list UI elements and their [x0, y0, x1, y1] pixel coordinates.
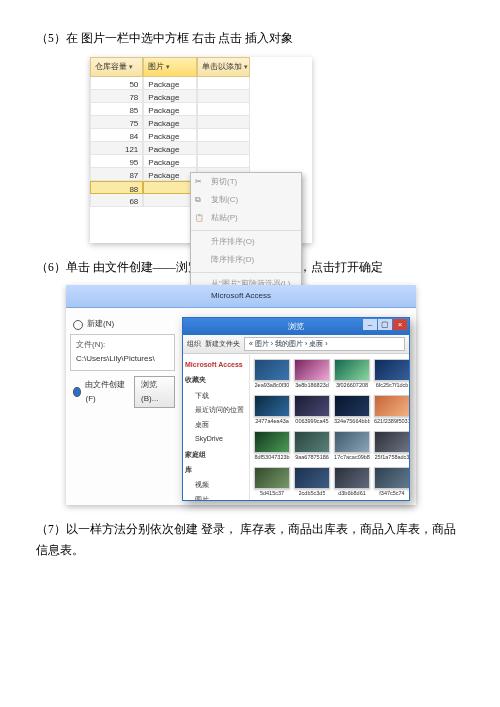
- file-path-value: C:\Users\Lily\Pictures\: [76, 354, 155, 363]
- screenshot-1: 仓库容量 图片 单击以添加 50Package78Package85Packag…: [90, 57, 312, 243]
- thumbnail-label: 621f2389f5031: [374, 417, 409, 427]
- thumbnail-label: f347c5c74: [379, 489, 404, 499]
- table-row[interactable]: 50Package: [90, 77, 250, 90]
- paste-icon: [195, 211, 205, 221]
- organize-button[interactable]: 组织: [187, 338, 201, 351]
- step-7-label: （7）以一样方法分别依次创建 登录， 库存表，商品出库表，商品入库表，商品信息表…: [36, 523, 456, 556]
- list-item[interactable]: 9aa67875186: [294, 431, 330, 463]
- list-item[interactable]: 6fc25c7f1dcb: [374, 359, 409, 391]
- thumbnail-label: 3f026607208: [336, 381, 368, 391]
- thumbnail-label: 2477a4ea43a: [255, 417, 289, 427]
- thumbnail-image: [254, 431, 290, 453]
- dialog-toolbar: 组织 新建文件夹 « 图片 › 我的图片 › 桌面 ›: [183, 335, 409, 354]
- thumbnail-label: 5d415c37: [260, 489, 284, 499]
- table-header: 仓库容量 图片 单击以添加: [90, 57, 250, 77]
- thumbnail-image: [334, 467, 370, 489]
- list-item[interactable]: f347c5c74: [374, 467, 409, 499]
- sidebar-item-app[interactable]: Microsoft Access: [185, 359, 247, 372]
- sidebar-group-favorites: 收藏夹: [185, 374, 247, 387]
- maximize-icon[interactable]: ▢: [378, 319, 392, 330]
- close-icon[interactable]: ×: [393, 319, 407, 330]
- list-item[interactable]: 324e75664bbb: [334, 395, 370, 427]
- col-image[interactable]: 图片: [143, 57, 196, 77]
- dialog-title-bar: 浏览 – ▢ ×: [183, 318, 409, 335]
- thumbnail-image: [294, 431, 330, 453]
- thumbnail-label: d3b6b8d61: [338, 489, 366, 499]
- minimize-icon[interactable]: –: [363, 319, 377, 330]
- thumbnail-label: 17c7acac09b8: [334, 453, 370, 463]
- table-row[interactable]: 75Package: [90, 116, 250, 129]
- list-item[interactable]: d3b6b8d61: [334, 467, 370, 499]
- menu-cut[interactable]: 剪切(T): [191, 173, 301, 191]
- thumbnail-label: 3e8b186823d: [295, 381, 329, 391]
- list-item[interactable]: 0063999ca45: [294, 395, 330, 427]
- col-capacity[interactable]: 仓库容量: [90, 57, 143, 77]
- sidebar-item-recent[interactable]: 最近访问的位置: [185, 403, 247, 418]
- thumbnail-image: [374, 431, 409, 453]
- app-title: Microsoft Access: [211, 289, 271, 303]
- step-5-text: （5）在 图片一栏中选中方框 右击 点击 插入对象: [36, 28, 464, 49]
- sidebar-item-skydrive[interactable]: SkyDrive: [185, 432, 247, 447]
- thumbnail-label: 2cdb5c3d5: [299, 489, 326, 499]
- sidebar-group-home: 家庭组: [185, 449, 247, 462]
- list-item[interactable]: 8df53047323b: [254, 431, 290, 463]
- radio-from-file[interactable]: 由文件创建(F) 浏览(B)...: [70, 374, 175, 411]
- breadcrumb-path[interactable]: « 图片 › 我的图片 › 桌面 ›: [244, 337, 405, 351]
- thumbnail-label: 6fc25c7f1dcb: [376, 381, 409, 391]
- thumbnail-image: [334, 431, 370, 453]
- list-item[interactable]: 3e8b186823d: [294, 359, 330, 391]
- dialog-title: 浏览: [288, 320, 304, 334]
- browse-button[interactable]: 浏览(B)...: [134, 376, 175, 409]
- new-folder-button[interactable]: 新建文件夹: [205, 338, 240, 351]
- list-item[interactable]: 2ea93a8c0f30: [254, 359, 290, 391]
- table-row[interactable]: 78Package: [90, 90, 250, 103]
- menu-paste[interactable]: 粘贴(P): [191, 209, 301, 227]
- step-5-label: （5）在 图片一栏中选中方框 右击 点击 插入对象: [36, 32, 293, 44]
- thumbnail-image: [294, 467, 330, 489]
- list-item[interactable]: 621f2389f5031: [374, 395, 409, 427]
- sidebar-group-libs: 库: [185, 464, 247, 477]
- list-item[interactable]: 25f1a758adc3: [374, 431, 409, 463]
- thumbnail-image: [374, 467, 409, 489]
- thumbnail-label: 9aa67875186: [295, 453, 329, 463]
- radio-new[interactable]: 新建(N): [70, 315, 175, 333]
- thumbnail-image: [294, 359, 330, 381]
- col-add[interactable]: 单击以添加: [197, 57, 250, 77]
- table-row[interactable]: 84Package: [90, 129, 250, 142]
- insert-object-panel: 新建(N) 文件(N): C:\Users\Lily\Pictures\ 由文件…: [70, 315, 175, 410]
- thumbnail-image: [254, 467, 290, 489]
- table-row[interactable]: 121Package: [90, 142, 250, 155]
- thumbnail-image: [374, 359, 409, 381]
- thumbnail-image: [374, 395, 409, 417]
- sidebar-item-pictures[interactable]: 图片: [185, 493, 247, 501]
- list-item[interactable]: 17c7acac09b8: [334, 431, 370, 463]
- menu-sort-asc[interactable]: 升序排序(O): [191, 233, 301, 251]
- thumbnail-image: [254, 395, 290, 417]
- screenshot-2: Microsoft Access 新建(N) 文件(N): C:\Users\L…: [66, 285, 416, 505]
- thumbnail-label: 25f1a758adc3: [375, 453, 409, 463]
- thumbnails-grid: 2ea93a8c0f303e8b186823d3f0266072086fc25c…: [250, 354, 409, 500]
- app-title-bar: Microsoft Access: [66, 285, 416, 308]
- table-row[interactable]: 95Package: [90, 155, 250, 168]
- table-row[interactable]: 85Package: [90, 103, 250, 116]
- list-item[interactable]: 2cdb5c3d5: [294, 467, 330, 499]
- sidebar-item-downloads[interactable]: 下载: [185, 389, 247, 404]
- menu-sort-desc[interactable]: 降序排序(D): [191, 251, 301, 269]
- list-item[interactable]: 2477a4ea43a: [254, 395, 290, 427]
- menu-copy[interactable]: 复制(C): [191, 191, 301, 209]
- scissor-icon: [195, 175, 205, 185]
- list-item[interactable]: 3f026607208: [334, 359, 370, 391]
- step-7-text: （7）以一样方法分别依次创建 登录， 库存表，商品出库表，商品入库表，商品信息表…: [36, 519, 464, 560]
- thumbnail-image: [254, 359, 290, 381]
- sidebar-item-desktop[interactable]: 桌面: [185, 418, 247, 433]
- sidebar-item-video[interactable]: 视频: [185, 478, 247, 493]
- list-item[interactable]: 5d415c37: [254, 467, 290, 499]
- browse-dialog: 浏览 – ▢ × 组织 新建文件夹 « 图片 › 我的图片 › 桌面 › Mic…: [182, 317, 410, 501]
- thumbnail-image: [294, 395, 330, 417]
- copy-icon: [195, 193, 205, 203]
- thumbnail-label: 8df53047323b: [254, 453, 289, 463]
- dialog-sidebar: Microsoft Access 收藏夹 下载 最近访问的位置 桌面 SkyDr…: [183, 354, 250, 500]
- thumbnail-label: 2ea93a8c0f30: [255, 381, 290, 391]
- thumbnail-image: [334, 395, 370, 417]
- thumbnail-image: [334, 359, 370, 381]
